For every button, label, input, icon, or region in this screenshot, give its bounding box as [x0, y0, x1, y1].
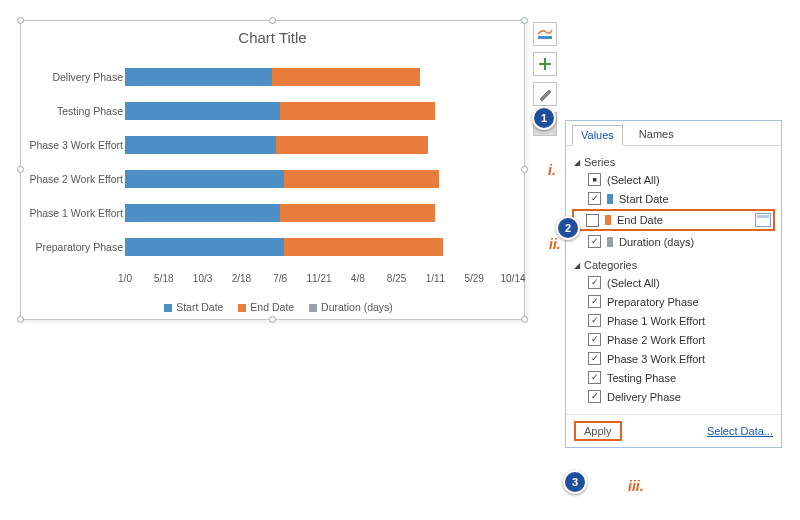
series-color-icon [607, 237, 613, 247]
checkbox[interactable] [588, 314, 601, 327]
item-label: Start Date [619, 193, 669, 205]
callout-label-i: i. [548, 162, 556, 178]
chart-elements-button[interactable] [533, 22, 557, 46]
chart-container[interactable]: Chart Title Delivery Phase Testing Phase… [20, 20, 525, 320]
legend-swatch-blue [164, 304, 172, 312]
x-tick-label: 2/18 [232, 273, 251, 284]
chart-title[interactable]: Chart Title [21, 21, 524, 46]
x-tick-label: 4/8 [351, 273, 365, 284]
chart-legend[interactable]: Start Date End Date Duration (days) [21, 301, 524, 313]
checkbox[interactable] [588, 235, 601, 248]
tab-names[interactable]: Names [631, 125, 682, 146]
chart-color-button[interactable] [533, 82, 557, 106]
legend-label: Duration (days) [321, 301, 393, 313]
x-tick-label: 11/21 [306, 273, 331, 284]
item-label: (Select All) [607, 174, 660, 186]
checkbox[interactable] [588, 390, 601, 403]
x-tick-label: 10/3 [193, 273, 212, 284]
y-tick-label: Delivery Phase [27, 65, 123, 89]
y-tick-label: Phase 1 Work Effort [27, 201, 123, 225]
category-item[interactable]: Phase 3 Work Effort [574, 349, 773, 368]
x-axis: 1/0 5/18 10/3 2/18 7/6 11/21 4/8 8/25 1/… [125, 273, 513, 291]
callout-label-ii: ii. [549, 236, 561, 252]
paintbrush-icon [538, 87, 552, 101]
checkbox[interactable] [588, 352, 601, 365]
plot-area[interactable] [125, 61, 513, 271]
x-tick-label: 1/0 [118, 273, 132, 284]
date-range-icon[interactable] [755, 213, 771, 227]
callout-label-iii: iii. [628, 478, 644, 494]
apply-button[interactable]: Apply [574, 421, 622, 441]
category-item[interactable]: Preparatory Phase [574, 292, 773, 311]
checkbox[interactable] [588, 295, 601, 308]
x-tick-label: 5/29 [464, 273, 483, 284]
checkbox[interactable] [588, 276, 601, 289]
category-item[interactable]: Delivery Phase [574, 387, 773, 406]
x-tick-label: 7/6 [273, 273, 287, 284]
checkbox[interactable] [588, 333, 601, 346]
chart-filter-panel: Values Names Series (Select All) Start D… [565, 120, 782, 448]
item-label: Phase 2 Work Effort [607, 334, 705, 346]
legend-swatch-gray [309, 304, 317, 312]
item-label: Phase 1 Work Effort [607, 315, 705, 327]
y-tick-label: Phase 2 Work Effort [27, 167, 123, 191]
tab-values[interactable]: Values [572, 125, 623, 146]
group-header-categories[interactable]: Categories [574, 259, 773, 271]
checkbox[interactable] [586, 214, 599, 227]
category-item[interactable]: Testing Phase [574, 368, 773, 387]
item-label: (Select All) [607, 277, 660, 289]
legend-label: Start Date [176, 301, 223, 313]
series-item-start-date[interactable]: Start Date [574, 189, 773, 208]
select-data-link[interactable]: Select Data... [707, 425, 773, 437]
chart-styles-button[interactable] [533, 52, 557, 76]
legend-label: End Date [250, 301, 294, 313]
item-label: Preparatory Phase [607, 296, 699, 308]
y-tick-label: Phase 3 Work Effort [27, 133, 123, 157]
category-item[interactable]: Phase 2 Work Effort [574, 330, 773, 349]
plus-icon [538, 57, 552, 71]
item-label: Delivery Phase [607, 391, 681, 403]
item-label: Duration (days) [619, 236, 694, 248]
series-color-icon [607, 194, 613, 204]
y-tick-label: Testing Phase [27, 99, 123, 123]
x-tick-label: 1/11 [426, 273, 445, 284]
series-item-select-all[interactable]: (Select All) [574, 170, 773, 189]
group-header-series[interactable]: Series [574, 156, 773, 168]
category-item-select-all[interactable]: (Select All) [574, 273, 773, 292]
checkbox[interactable] [588, 371, 601, 384]
callout-number-3: 3 [563, 470, 587, 494]
x-tick-label: 5/18 [154, 273, 173, 284]
svg-rect-0 [538, 36, 552, 39]
chart-glyph-icon [537, 28, 553, 40]
item-label: Testing Phase [607, 372, 676, 384]
x-tick-label: 10/14 [500, 273, 525, 284]
item-label: End Date [617, 214, 663, 226]
series-item-end-date[interactable]: End Date [572, 209, 775, 231]
checkbox[interactable] [588, 192, 601, 205]
checkbox-indeterminate[interactable] [588, 173, 601, 186]
callout-number-1: 1 [532, 106, 556, 130]
y-tick-label: Preparatory Phase [27, 235, 123, 259]
item-label: Phase 3 Work Effort [607, 353, 705, 365]
x-tick-label: 8/25 [387, 273, 406, 284]
series-color-icon [605, 215, 611, 225]
legend-swatch-orange [238, 304, 246, 312]
category-item[interactable]: Phase 1 Work Effort [574, 311, 773, 330]
series-item-duration[interactable]: Duration (days) [574, 232, 773, 251]
